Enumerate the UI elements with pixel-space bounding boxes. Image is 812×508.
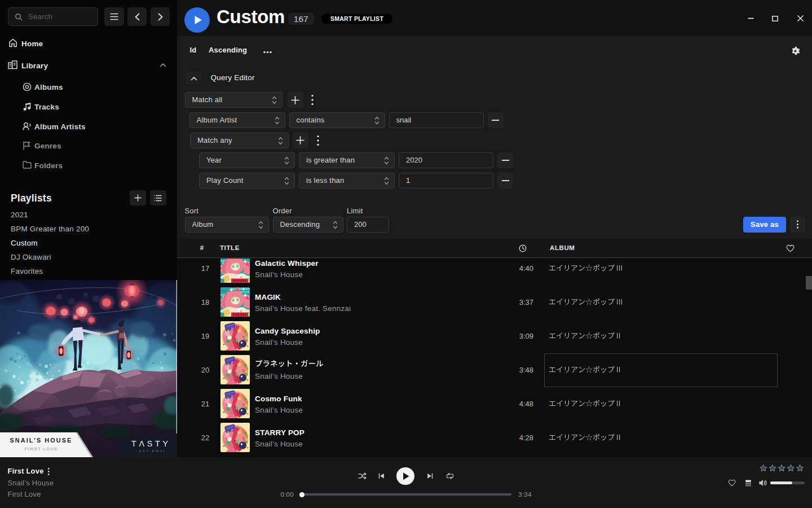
svg-text:SNAIL’S HOUSE: SNAIL’S HOUSE [10, 437, 73, 444]
svg-text:TΛSTY: TΛSTY [131, 439, 171, 448]
svg-text:EST.MMXI: EST.MMXI [139, 449, 166, 453]
svg-text:FIRST LOVE: FIRST LOVE [25, 446, 59, 452]
